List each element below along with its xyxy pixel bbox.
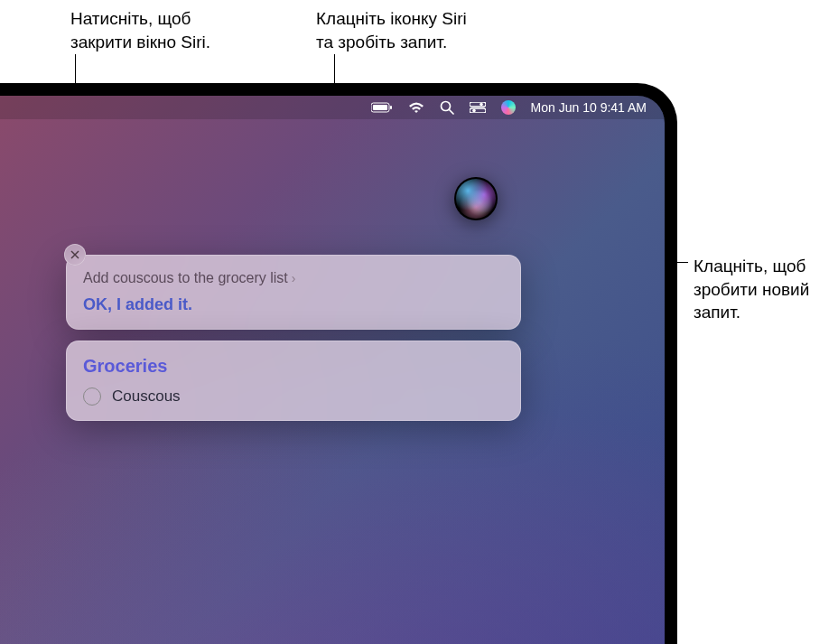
svg-rect-7 bbox=[470, 108, 486, 113]
svg-point-6 bbox=[480, 103, 483, 107]
list-item-text: Couscous bbox=[112, 387, 181, 406]
siri-response-text: OK, I added it. bbox=[83, 295, 504, 314]
spotlight-icon[interactable] bbox=[440, 100, 454, 115]
siri-request-row[interactable]: Add couscous to the grocery list › bbox=[83, 270, 504, 286]
battery-icon[interactable] bbox=[371, 102, 393, 113]
svg-rect-2 bbox=[390, 106, 392, 109]
checkbox-icon[interactable] bbox=[83, 387, 101, 406]
callout-siri-icon-label: Клацніть іконку Siriта зробіть запит. bbox=[316, 7, 524, 53]
siri-window: Add couscous to the grocery list › OK, I… bbox=[66, 246, 521, 432]
desktop-screen: Mon Jun 10 9:41 AM Add couscous to the g… bbox=[0, 96, 665, 644]
svg-rect-1 bbox=[373, 105, 387, 110]
chevron-right-icon: › bbox=[292, 271, 296, 285]
menubar-date-time[interactable]: Mon Jun 10 9:41 AM bbox=[531, 100, 647, 115]
control-center-icon[interactable] bbox=[470, 102, 486, 113]
siri-orb-button[interactable] bbox=[454, 177, 498, 220]
list-title: Groceries bbox=[83, 356, 504, 377]
callout-siri-orb-label: Клацніть, щобзробити новийзапит. bbox=[694, 255, 829, 324]
siri-request-text: Add couscous to the grocery list bbox=[83, 270, 288, 286]
wifi-icon[interactable] bbox=[408, 102, 424, 114]
list-item[interactable]: Couscous bbox=[83, 387, 504, 406]
svg-line-4 bbox=[449, 110, 453, 115]
svg-point-8 bbox=[472, 109, 476, 113]
close-icon bbox=[70, 250, 79, 259]
callout-close-label: Натисніть, щобзакрити вікно Siri. bbox=[70, 7, 269, 53]
device-frame: Mon Jun 10 9:41 AM Add couscous to the g… bbox=[0, 83, 677, 644]
close-button[interactable] bbox=[64, 244, 86, 266]
siri-menubar-icon[interactable] bbox=[501, 100, 516, 115]
siri-response-card: Add couscous to the grocery list › OK, I… bbox=[66, 255, 521, 330]
menubar: Mon Jun 10 9:41 AM bbox=[0, 96, 665, 119]
svg-rect-5 bbox=[470, 102, 486, 107]
siri-orb-icon bbox=[456, 179, 496, 219]
reminders-list-card[interactable]: Groceries Couscous bbox=[66, 341, 521, 421]
